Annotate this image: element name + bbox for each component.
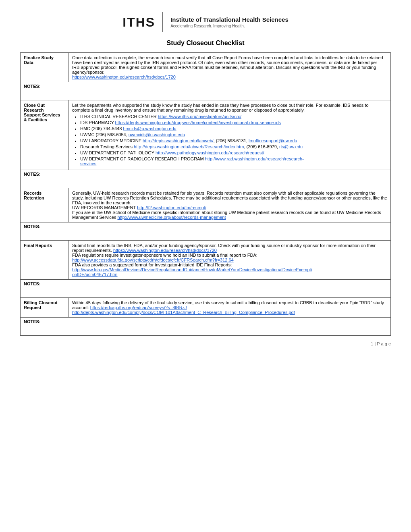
- section-label-billing: Billing CloseoutRequest: [21, 298, 69, 318]
- hmc-email-link[interactable]: hmcids@u.washington.edu: [123, 126, 176, 131]
- section-label-finalize: Finalize StudyData: [21, 53, 69, 82]
- notes-billing: NOTES:: [21, 318, 391, 336]
- section-label-final-reports: Final Reports: [21, 241, 69, 280]
- content-records: Generally, UW-held research records must…: [69, 188, 391, 222]
- page-footer: 1 | P a g e: [20, 341, 391, 346]
- notes-row-records: NOTES:: [21, 222, 391, 241]
- content-final-reports: Submit final reports to the IRB, FDA, an…: [69, 241, 391, 280]
- records-text1: Generally, UW-held research records must…: [72, 191, 387, 205]
- labweb-email-link[interactable]: lmofficesupport@uw.edu: [249, 138, 297, 143]
- rts-email-link[interactable]: rts@uw.edu: [279, 144, 303, 149]
- fda-cfr-link[interactable]: http://www.accessdata.fda.gov/scripts/cd…: [72, 258, 234, 262]
- redcap-link[interactable]: https://redcap.iths.org/redcap/surveys/?…: [90, 305, 187, 310]
- closeout-intro: Let the departments who supported the st…: [72, 103, 369, 112]
- notes-final-reports: NOTES:: [21, 280, 391, 298]
- notes-row-final-reports: NOTES:: [21, 280, 391, 298]
- finalize-link[interactable]: https://www.washington.edu/research/hsd/…: [72, 75, 176, 79]
- logo-text: Institute of Translational Health Scienc…: [170, 16, 289, 28]
- notes-row-finalize: NOTES:: [21, 82, 391, 100]
- section-close-out: Close OutResearchSupport Services& Facil…: [21, 100, 391, 170]
- notes-finalize: NOTES:: [21, 82, 391, 100]
- finalize-text: Once data collection is complete, the re…: [72, 55, 383, 75]
- list-item: UW LABORATORY MEDICINE http://depts.wash…: [80, 138, 387, 143]
- notes-row-closeout: NOTES:: [21, 170, 391, 188]
- logo-sub-text: Accelerating Research. Improving Health.: [170, 24, 289, 28]
- closeout-list: ITHS CLINICAL RESEARCH CENTER https://ww…: [80, 114, 387, 166]
- section-billing-closeout: Billing CloseoutRequest Within 45 days f…: [21, 298, 391, 318]
- content-billing: Within 45 days following the delivery of…: [69, 298, 391, 318]
- list-item: UW DEPARTMENT OF PATHOLOGY http://www.pa…: [80, 150, 387, 155]
- notes-label-finalize: NOTES:: [24, 84, 41, 89]
- records-text2: UW RECORDS MANAGEMENT: [72, 205, 137, 210]
- notes-label-closeout: NOTES:: [24, 172, 41, 177]
- list-item: UW DEPARTMENT OF RADIOLOGY RESEARCH PROG…: [80, 156, 387, 166]
- fda-ide-link[interactable]: http://www.fda.gov/MedicalDevices/Device…: [72, 267, 312, 277]
- notes-label-records: NOTES:: [24, 224, 41, 229]
- page-label: | P a g e: [374, 341, 391, 346]
- pathology-link[interactable]: http://www.pathology.washington.edu/rese…: [156, 150, 264, 155]
- content-finalize: Once data collection is complete, the re…: [69, 53, 391, 82]
- section-label-closeout: Close OutResearchSupport Services& Facil…: [21, 100, 69, 170]
- uwmc-email-link[interactable]: uwmcids@u.washington.edu: [129, 132, 185, 137]
- page-title: Study Closeout Checklist: [20, 39, 391, 47]
- final-reports-text3: FDA also provides a suggested format for…: [72, 262, 232, 267]
- list-item: Research Testing Services http://depts.w…: [80, 144, 387, 149]
- section-finalize-study-data: Finalize StudyData Once data collection …: [21, 53, 391, 82]
- list-item: IDS PHARMACY https://depts.washington.ed…: [80, 120, 387, 125]
- notes-records: NOTES:: [21, 222, 391, 241]
- section-records-retention: RecordsRetention Generally, UW-held rese…: [21, 188, 391, 222]
- list-item: HMC (206) 744-5448 hmcids@u.washington.e…: [80, 126, 387, 131]
- section-final-reports: Final Reports Submit final reports to th…: [21, 241, 391, 280]
- notes-label-final-reports: NOTES:: [24, 281, 41, 286]
- list-item: UWMC (206) 598-6054, uwmcids@u.washingto…: [80, 132, 387, 137]
- logo-main-text: Institute of Translational Health Scienc…: [170, 16, 289, 23]
- notes-row-billing: NOTES:: [21, 318, 391, 336]
- uwmedicine-records-link[interactable]: http://www.uwmedicine.org/about/records-…: [118, 215, 226, 220]
- content-closeout: Let the departments who supported the st…: [69, 100, 391, 170]
- notes-label-billing: NOTES:: [24, 319, 41, 324]
- billing-compliance-link[interactable]: http://depts.washington.edu/comply/docs/…: [72, 310, 295, 315]
- logo-area: ITHS Institute of Translational Health S…: [122, 12, 288, 32]
- notes-closeout: NOTES:: [21, 170, 391, 188]
- page-number: 1: [371, 341, 373, 346]
- labweb-link[interactable]: http://depts.washington.edu/labweb/: [143, 138, 214, 143]
- records-mgmt-link[interactable]: http://f2.washington.edu/fm/recmgt/: [137, 205, 206, 210]
- header: ITHS Institute of Translational Health S…: [20, 12, 391, 32]
- final-reports-link1[interactable]: https://www.washington.edu/research/hsd/…: [113, 248, 217, 253]
- checklist-table: Finalize StudyData Once data collection …: [20, 52, 391, 336]
- list-item: ITHS CLINICAL RESEARCH CENTER https://ww…: [80, 114, 387, 119]
- logo-divider: [162, 12, 163, 32]
- section-label-records: RecordsRetention: [21, 188, 69, 222]
- iths-crc-link[interactable]: https://www.iths.org/investigators/units…: [158, 114, 241, 119]
- rts-link[interactable]: http://depts.washington.edu/labweb/Resea…: [134, 144, 244, 149]
- final-reports-text2: FDA regulations require investigator-spo…: [72, 253, 257, 258]
- ids-pharmacy-link[interactable]: https://depts.washington.edu/drugsvcs/ho…: [115, 120, 281, 125]
- logo-iths: ITHS: [122, 15, 155, 30]
